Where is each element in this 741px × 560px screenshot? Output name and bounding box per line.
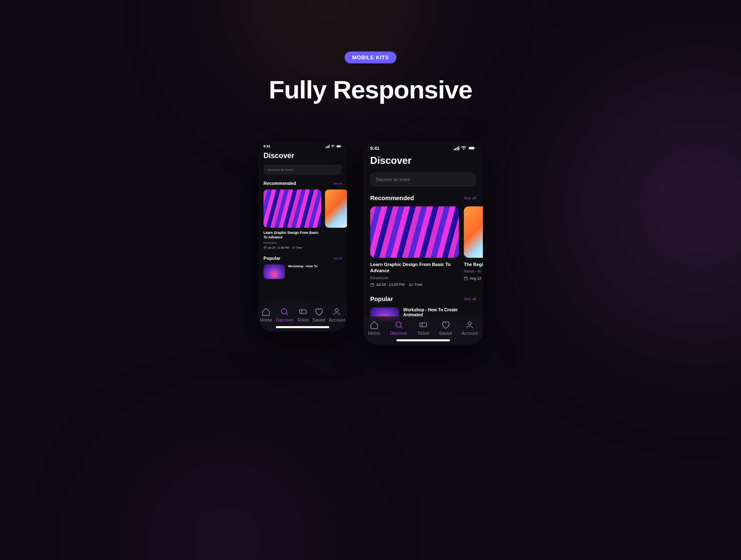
card-thumbnail <box>263 189 322 228</box>
svg-point-7 <box>336 309 338 312</box>
tab-home[interactable]: Home <box>260 307 272 322</box>
see-all-popular[interactable]: See all <box>333 257 342 260</box>
svg-rect-11 <box>370 283 374 286</box>
tab-label: Discover <box>390 331 408 336</box>
hero-title: Fully Responsive <box>0 75 741 104</box>
svg-point-14 <box>396 322 401 327</box>
signal-icon <box>325 145 329 148</box>
search-input[interactable]: Discover an event <box>263 164 342 175</box>
tab-ticket[interactable]: Ticket <box>297 307 309 322</box>
home-indicator <box>276 326 329 328</box>
svg-rect-10 <box>475 147 475 149</box>
svg-rect-15 <box>420 323 427 327</box>
home-indicator <box>396 339 450 341</box>
recommended-heading: Recommended <box>263 181 296 186</box>
card-author: Heriot - W <box>464 270 482 274</box>
tab-label: Home <box>368 331 380 336</box>
battery-icon <box>336 145 342 148</box>
card-date: Aug 12 <box>469 276 481 280</box>
tab-account[interactable]: Account <box>329 307 345 322</box>
recommended-card[interactable]: Learn Graphic Design From Basic To Advan… <box>263 189 322 249</box>
user-icon <box>465 320 474 329</box>
tab-ticket[interactable]: Ticket <box>417 320 429 336</box>
calendar-icon <box>464 276 468 280</box>
tab-label: Saved <box>312 317 325 322</box>
tab-discover[interactable]: Discover <box>390 320 408 336</box>
ticket-icon <box>292 246 295 249</box>
recommended-card[interactable]: The Begi Heriot - W Aug 12 <box>464 206 482 287</box>
svg-rect-12 <box>409 284 412 285</box>
popular-item[interactable]: Workshop - How To <box>263 264 342 279</box>
mobile-kits-pill: MOBILE KITS <box>345 51 396 63</box>
tab-account[interactable]: Account <box>461 320 478 336</box>
card-title: Learn Graphic Design From Basic To Advan… <box>263 231 322 240</box>
card-thumbnail <box>325 189 347 228</box>
card-price: Free <box>296 246 302 249</box>
signal-icon <box>454 146 459 150</box>
tab-label: Ticket <box>297 317 309 322</box>
recommended-heading: Recommended <box>370 194 414 201</box>
card-author: Elevecture <box>263 241 322 244</box>
card-author: Elevecture <box>370 276 459 280</box>
ticket-icon <box>419 320 428 329</box>
wifi-icon <box>331 145 334 148</box>
status-bar: 9:41 <box>364 141 483 152</box>
svg-rect-3 <box>264 247 266 249</box>
status-bar: 9:41 <box>259 141 347 149</box>
home-icon <box>370 320 379 329</box>
svg-rect-9 <box>469 147 474 149</box>
status-time: 9:41 <box>263 145 270 148</box>
status-time: 9:41 <box>370 145 379 151</box>
tab-saved[interactable]: Saved <box>312 307 325 322</box>
user-icon <box>332 307 341 316</box>
wifi-icon <box>461 146 466 150</box>
heart-icon <box>314 307 323 316</box>
popular-title: Workshop - How To <box>288 264 317 268</box>
svg-rect-4 <box>292 247 295 248</box>
svg-rect-13 <box>464 277 468 280</box>
svg-point-5 <box>282 309 287 314</box>
battery-icon <box>468 146 476 150</box>
see-all-popular[interactable]: See all <box>464 296 476 301</box>
calendar-icon <box>263 246 267 249</box>
search-input[interactable]: Discover an event <box>370 173 476 187</box>
calendar-icon <box>370 282 374 287</box>
tab-label: Ticket <box>417 331 429 336</box>
popular-thumbnail <box>263 264 285 279</box>
tab-label: Account <box>461 331 478 336</box>
page-title: Discover <box>263 152 342 160</box>
card-title: The Begi <box>464 261 482 268</box>
recommended-card[interactable]: Learn Graphic Design From Basic To Advan… <box>370 206 459 287</box>
svg-rect-6 <box>299 310 306 313</box>
phone-mockup-small: 9:41 Discover Discover an event Recommen… <box>259 141 347 331</box>
page-title: Discover <box>370 155 476 166</box>
see-all-recommended[interactable]: See all <box>464 196 476 200</box>
popular-title: Workshop - How To Create Animated <box>403 307 476 317</box>
card-title: Learn Graphic Design From Basic To Advan… <box>370 261 459 274</box>
card-thumbnail <box>464 206 482 258</box>
ticket-icon <box>409 282 413 287</box>
svg-point-16 <box>468 322 471 325</box>
tab-home[interactable]: Home <box>368 320 380 336</box>
tab-label: Account <box>329 317 345 322</box>
card-date: Jul 28 · 11:00 PM <box>376 282 404 287</box>
tab-label: Saved <box>439 331 452 336</box>
see-all-recommended[interactable]: See all <box>333 182 342 185</box>
tab-discover[interactable]: Discover <box>276 307 294 322</box>
card-price: Free <box>415 282 422 287</box>
search-icon <box>280 307 289 316</box>
popular-heading: Popular <box>263 255 280 261</box>
phone-mockup-large: 9:41 Discover Discover an event Recommen… <box>364 141 483 345</box>
svg-rect-1 <box>336 145 340 147</box>
home-icon <box>261 307 270 316</box>
recommended-card[interactable] <box>325 189 347 249</box>
popular-heading: Popular <box>370 295 393 302</box>
recommended-list[interactable]: Learn Graphic Design From Basic To Advan… <box>263 189 342 249</box>
card-thumbnail <box>370 206 459 258</box>
tab-saved[interactable]: Saved <box>439 320 452 336</box>
tab-label: Discover <box>276 317 294 322</box>
ticket-icon <box>298 307 308 316</box>
recommended-list[interactable]: Learn Graphic Design From Basic To Advan… <box>370 206 476 287</box>
tab-label: Home <box>260 317 272 322</box>
search-icon <box>394 320 403 329</box>
